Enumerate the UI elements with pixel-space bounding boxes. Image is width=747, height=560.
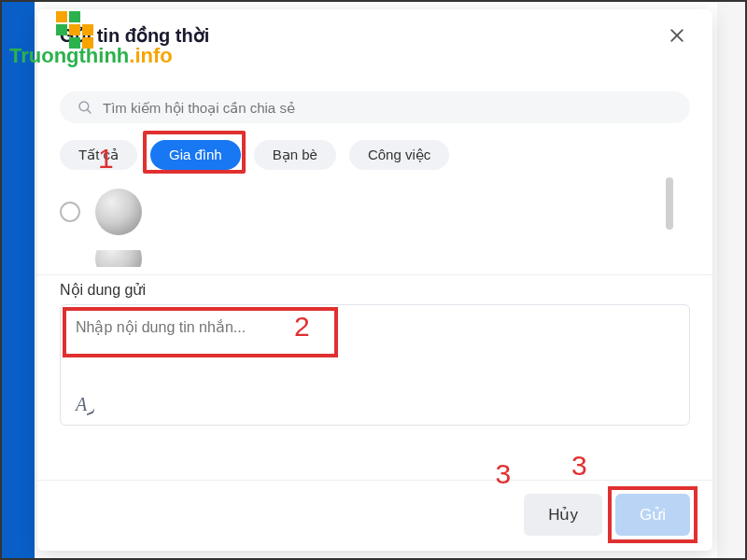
modal-header: Gửi tin đồng thời bbox=[37, 9, 712, 54]
send-button[interactable]: Gửi bbox=[615, 494, 690, 536]
message-area: A bbox=[60, 304, 690, 426]
search-field[interactable] bbox=[60, 91, 690, 123]
select-radio[interactable] bbox=[60, 202, 80, 222]
list-item[interactable] bbox=[60, 250, 690, 267]
avatar bbox=[95, 250, 142, 267]
avatar bbox=[95, 189, 142, 235]
format-text-button[interactable]: A bbox=[76, 394, 87, 415]
search-icon bbox=[77, 99, 93, 116]
right-panel-strip bbox=[717, 2, 745, 558]
modal-body: Tất cả Gia đình Bạn bè Công việc 1 bbox=[37, 54, 712, 480]
divider bbox=[37, 274, 712, 275]
format-text-icon: A bbox=[76, 394, 87, 414]
svg-line-3 bbox=[87, 109, 91, 113]
page-background: Zalo ZaloPay 3 ngày Gửi tin đồng thời Tấ… bbox=[2, 2, 745, 558]
modal-footer: 3 Hủy Gửi bbox=[37, 480, 712, 551]
chip-family-label: Gia đình bbox=[169, 147, 222, 162]
search-input[interactable] bbox=[103, 100, 673, 116]
message-input[interactable] bbox=[76, 318, 674, 390]
close-icon bbox=[668, 26, 686, 45]
send-button-wrap: Gửi bbox=[615, 494, 690, 536]
broadcast-modal: Gửi tin đồng thời Tất cả Gia đình Bạn bè… bbox=[37, 9, 712, 551]
chip-work[interactable]: Công việc bbox=[349, 140, 449, 170]
list-item[interactable] bbox=[60, 189, 690, 235]
modal-title: Gửi tin đồng thời bbox=[60, 24, 209, 47]
chip-family[interactable]: Gia đình bbox=[150, 140, 241, 170]
filter-chips: Tất cả Gia đình Bạn bè Công việc bbox=[60, 140, 690, 170]
contact-list bbox=[60, 189, 690, 267]
close-button[interactable] bbox=[664, 22, 690, 49]
app-sidebar-strip bbox=[2, 2, 35, 558]
chip-friends[interactable]: Bạn bè bbox=[254, 140, 336, 170]
cancel-button[interactable]: Hủy bbox=[524, 494, 602, 536]
scrollbar-thumb[interactable] bbox=[666, 177, 673, 230]
content-section-label: Nội dung gửi bbox=[60, 281, 690, 299]
chip-all[interactable]: Tất cả bbox=[60, 140, 137, 170]
